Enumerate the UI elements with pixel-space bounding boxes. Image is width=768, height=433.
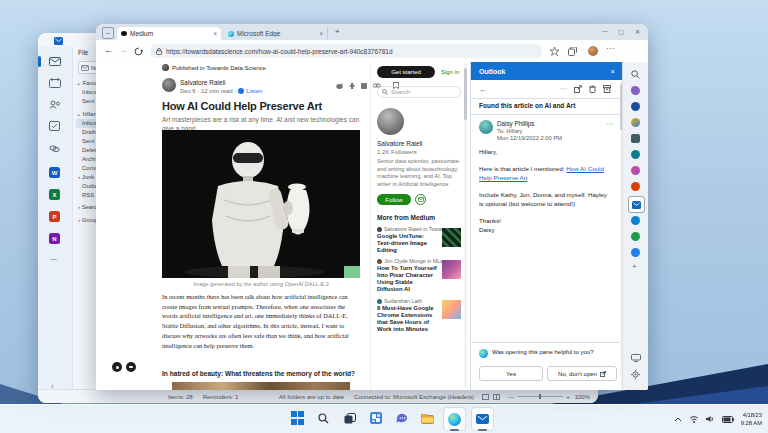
subscribe-mail-button[interactable]	[415, 194, 426, 205]
browser-more-icon[interactable]: ⋯	[606, 44, 614, 53]
folder-item[interactable]: › Search Folders	[76, 203, 96, 212]
folder-item[interactable]: › Junk Email	[76, 173, 96, 182]
toolbar-more-icon[interactable]: ⋯	[560, 85, 567, 93]
clap-button[interactable]	[112, 362, 122, 372]
tab-actions-button[interactable]	[102, 27, 114, 39]
sidebar-app-icon[interactable]	[631, 216, 640, 225]
tab-medium-active[interactable]: Medium ×	[117, 27, 221, 40]
word-app-icon[interactable]: W	[49, 167, 60, 178]
listen-label[interactable]: Listen	[246, 88, 262, 94]
people-nav-icon[interactable]	[49, 100, 61, 109]
refresh-button[interactable]	[134, 47, 143, 56]
folder-item[interactable]: Archive	[76, 155, 96, 164]
sidebar-add-icon[interactable]: +	[632, 262, 637, 271]
page-scrollbar[interactable]	[464, 64, 467, 388]
folder-item[interactable]: Sent Items	[76, 97, 96, 106]
folder-item[interactable]: › Groups	[76, 216, 96, 225]
facebook-share-icon[interactable]	[349, 83, 355, 89]
folder-section-header[interactable]: ⌄ Favorites	[76, 79, 96, 88]
follow-button[interactable]: Follow	[377, 194, 411, 205]
sidebar-app-icon[interactable]	[631, 166, 640, 175]
tasks-nav-icon[interactable]	[49, 121, 60, 131]
address-url[interactable]: https://towardsdatascience.com/how-ai-co…	[166, 48, 393, 55]
wifi-icon[interactable]	[689, 415, 699, 423]
outlook-taskbar-button-active[interactable]	[471, 407, 494, 431]
popout-icon[interactable]	[574, 85, 582, 93]
task-view-button[interactable]	[339, 407, 360, 429]
folder-item-selected[interactable]: Inbox	[76, 119, 96, 128]
tray-chevron-up-icon[interactable]	[674, 417, 682, 422]
edge-window[interactable]: Medium × Microsoft Edge × + — ▢ ✕ ← → ht…	[96, 24, 648, 390]
listen-icon[interactable]	[238, 88, 244, 94]
widgets-button[interactable]	[365, 407, 386, 429]
reading-view-icon[interactable]	[482, 394, 489, 400]
sidebar-app-icon[interactable]	[631, 232, 640, 241]
zoom-out-icon[interactable]: —	[508, 394, 514, 400]
related-article[interactable]: Jim Clyde Monge in MLearning.ai How To T…	[377, 258, 461, 293]
mail-nav-icon[interactable]	[49, 57, 61, 66]
feedback-yes-button[interactable]: Yes	[479, 366, 543, 381]
forward-button[interactable]: →	[119, 45, 128, 55]
address-bar[interactable]: https://towardsdatascience.com/how-ai-co…	[150, 44, 542, 58]
profile-avatar[interactable]	[588, 46, 598, 56]
get-started-button[interactable]: Get started	[377, 66, 435, 78]
battery-icon[interactable]	[722, 416, 734, 423]
delete-icon[interactable]	[589, 85, 596, 93]
medium-search-input[interactable]: Search	[377, 86, 461, 98]
window-maximize-button[interactable]: ▢	[618, 28, 624, 35]
sidebar-app-icon[interactable]	[631, 86, 640, 95]
sidebar-share-screen-icon[interactable]	[631, 354, 641, 362]
tab-microsoft-edge[interactable]: Microsoft Edge ×	[224, 27, 328, 40]
volume-icon[interactable]	[706, 415, 715, 423]
tab-close-icon[interactable]: ×	[213, 30, 217, 37]
sign-in-link[interactable]: Sign in	[441, 69, 459, 75]
window-close-button[interactable]: ✕	[635, 28, 640, 35]
folder-item[interactable]: RSS Feeds	[76, 191, 96, 200]
sidebar-settings-gear-icon[interactable]	[631, 370, 640, 379]
onenote-app-icon[interactable]: N	[49, 233, 60, 244]
tab-close-icon[interactable]: ×	[319, 30, 323, 37]
author-name[interactable]: Salvatore Raieli	[180, 79, 226, 86]
sidebar-app-icon[interactable]	[631, 182, 640, 191]
file-menu[interactable]: File	[78, 49, 95, 56]
message-more-icon[interactable]: ⋯	[606, 120, 613, 128]
sender-avatar[interactable]	[479, 120, 493, 134]
folder-item[interactable]: Drafts	[76, 128, 96, 137]
calendar-nav-icon[interactable]	[49, 78, 61, 88]
taskbar-search-button[interactable]	[313, 407, 334, 429]
publication-name[interactable]: Published in Towards Data Science	[172, 65, 266, 71]
chat-button[interactable]	[391, 407, 412, 429]
favorites-star-icon[interactable]	[550, 47, 559, 56]
back-icon[interactable]: ←	[479, 85, 487, 94]
responses-button[interactable]	[126, 362, 136, 372]
sidebar-author-name[interactable]: Salvatore Raieli	[377, 140, 423, 147]
sidebar-app-icon[interactable]	[631, 150, 640, 159]
folder-item[interactable]: Deleted Items	[76, 146, 96, 155]
sidebar-app-icon[interactable]	[631, 118, 640, 127]
folder-item[interactable]: Inbox	[76, 88, 96, 97]
sender-name[interactable]: Daisy Phillips	[497, 120, 534, 127]
folder-item[interactable]: Conversation History	[76, 164, 96, 173]
file-explorer-button[interactable]	[417, 407, 438, 429]
layout-view-icon[interactable]	[493, 394, 500, 400]
archive-icon[interactable]	[603, 85, 611, 93]
feedback-no-button[interactable]: No, don't open	[547, 366, 617, 381]
sidebar-search-icon[interactable]	[631, 70, 640, 79]
start-button[interactable]	[287, 407, 308, 429]
powerpoint-app-icon[interactable]: P	[49, 211, 60, 222]
edge-taskbar-button-active[interactable]	[443, 407, 466, 431]
sidebar-app-icon[interactable]	[631, 248, 640, 257]
folder-item[interactable]: Sent Items	[76, 137, 96, 146]
related-article[interactable]: Sudarshan Lath 8 Must-Have Google Chrome…	[377, 298, 461, 333]
zoom-slider[interactable]	[517, 396, 563, 397]
sidebar-outlook-icon-active[interactable]	[628, 196, 645, 213]
pane-close-icon[interactable]: ×	[611, 67, 615, 76]
author-avatar[interactable]	[162, 78, 176, 92]
zoom-in-icon[interactable]: +	[566, 394, 570, 400]
new-tab-button[interactable]: +	[335, 27, 340, 36]
twitter-share-icon[interactable]	[336, 83, 343, 89]
excel-app-icon[interactable]: X	[49, 189, 60, 200]
clock[interactable]: 4/18/23 9:28 AM	[741, 411, 762, 428]
folder-item[interactable]: Outbox	[76, 182, 96, 191]
collections-icon[interactable]	[568, 47, 577, 56]
